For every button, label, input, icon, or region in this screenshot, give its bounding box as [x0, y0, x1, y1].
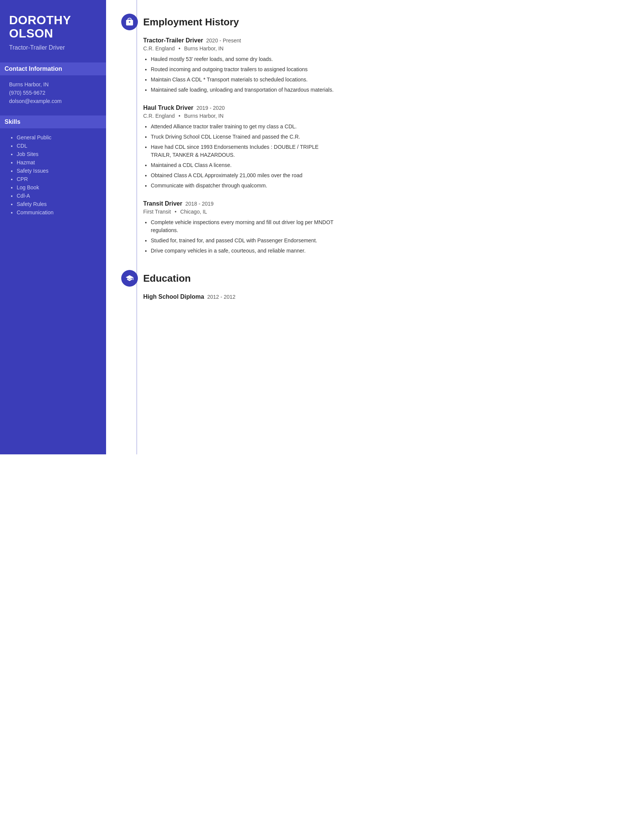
- contact-email: dolson@example.com: [9, 98, 97, 104]
- education-title: Education: [143, 273, 191, 285]
- job-bullets: Hauled mostly 53' reefer loads, and some…: [143, 55, 337, 94]
- contact-location: Burns Harbor, IN: [9, 81, 97, 87]
- education-header: Education: [121, 270, 337, 286]
- job-bullet: Obtained Class A CDL Approximately 21,00…: [151, 172, 337, 180]
- graduation-icon: [121, 270, 138, 286]
- job-bullets: Complete vehicle inspections every morni…: [143, 219, 337, 255]
- sidebar: DOROTHY OLSON Tractor-Trailer Driver Con…: [0, 0, 106, 454]
- job-bullet: Maintained safe loading, unloading and t…: [151, 86, 337, 94]
- skill-item: Log Book: [17, 184, 97, 190]
- job-title: Haul Truck Driver: [143, 105, 193, 111]
- employment-header: Employment History: [121, 14, 337, 30]
- education-section: Education High School Diploma2012 - 2012: [121, 270, 337, 300]
- job-entry: Haul Truck Driver2019 - 2020C.R. England…: [143, 105, 337, 190]
- job-bullet: Maintain Class A CDL * Transport materia…: [151, 76, 337, 84]
- skill-item: Job Sites: [17, 151, 97, 157]
- job-company: C.R. England • Burns Harbor, IN: [143, 113, 337, 119]
- job-bullet: Attended Alliance tractor trailer traini…: [151, 123, 337, 130]
- job-bullet: Have had CDL since 1993 Endorsements Inc…: [151, 143, 337, 159]
- skill-item: CPR: [17, 176, 97, 182]
- edu-entry: High School Diploma2012 - 2012: [143, 293, 337, 300]
- skills-section: General PublicCDLJob SitesHazmatSafety I…: [9, 134, 97, 215]
- job-entry: Tractor-Trailer Driver2020 - PresentC.R.…: [143, 37, 337, 94]
- job-entry: Transit Driver2018 - 2019First Transit •…: [143, 200, 337, 255]
- skill-item: Safety Rules: [17, 201, 97, 207]
- job-company: First Transit • Chicago, IL: [143, 209, 337, 215]
- job-bullet: Communicate with dispatcher through qual…: [151, 182, 337, 190]
- job-dates: 2018 - 2019: [185, 201, 214, 207]
- skill-item: General Public: [17, 134, 97, 140]
- job-title: Transit Driver: [143, 200, 182, 207]
- job-dates: 2019 - 2020: [196, 105, 225, 111]
- skill-item: Safety Issues: [17, 168, 97, 174]
- skill-item: CDL: [17, 143, 97, 149]
- skill-item: Hazmat: [17, 159, 97, 166]
- employment-section: Employment History Tractor-Trailer Drive…: [121, 14, 337, 255]
- skill-item: Cdl-A: [17, 193, 97, 199]
- briefcase-icon: [121, 14, 138, 30]
- contact-info-header: Contact Information: [0, 63, 106, 76]
- jobs-container: Tractor-Trailer Driver2020 - PresentC.R.…: [121, 37, 337, 255]
- contact-info: Burns Harbor, IN (970) 555-9672 dolson@e…: [9, 81, 97, 104]
- job-bullet: Truck Driving School CDL License Trained…: [151, 133, 337, 141]
- candidate-title: Tractor-Trailer Driver: [9, 44, 97, 52]
- education-container: High School Diploma2012 - 2012: [121, 293, 337, 300]
- skills-list: General PublicCDLJob SitesHazmatSafety I…: [9, 134, 97, 215]
- job-dates: 2020 - Present: [206, 37, 241, 43]
- job-bullet: Complete vehicle inspections every morni…: [151, 219, 337, 234]
- main-content: Employment History Tractor-Trailer Drive…: [106, 0, 352, 454]
- job-bullets: Attended Alliance tractor trailer traini…: [143, 123, 337, 190]
- skill-item: Communication: [17, 209, 97, 215]
- job-bullet: Maintained a CDL Class A license.: [151, 161, 337, 169]
- edu-dates: 2012 - 2012: [207, 294, 236, 300]
- job-bullet: Routed incoming and outgoing tractor tra…: [151, 66, 337, 74]
- job-bullet: Studied for, trained for, and passed CDL…: [151, 236, 337, 244]
- edu-title: High School Diploma: [143, 293, 204, 300]
- job-bullet: Hauled mostly 53' reefer loads, and some…: [151, 55, 337, 63]
- candidate-name: DOROTHY OLSON: [9, 14, 97, 40]
- skills-header: Skills: [0, 116, 106, 129]
- job-company: C.R. England • Burns Harbor, IN: [143, 45, 337, 51]
- job-title: Tractor-Trailer Driver: [143, 37, 203, 44]
- job-bullet: Drive company vehicles in a safe, courte…: [151, 247, 337, 255]
- contact-phone: (970) 555-9672: [9, 90, 97, 96]
- employment-title: Employment History: [143, 16, 239, 28]
